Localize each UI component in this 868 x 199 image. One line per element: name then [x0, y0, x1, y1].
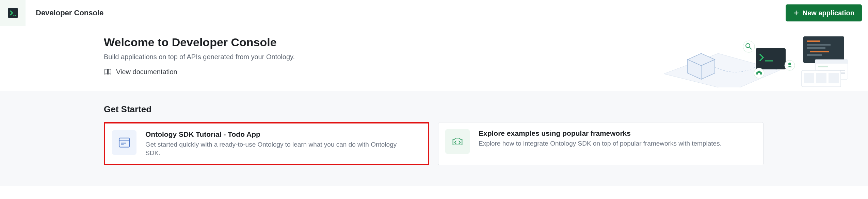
app-logo[interactable] — [0, 0, 26, 26]
svg-rect-10 — [756, 48, 786, 69]
svg-rect-22 — [815, 60, 848, 64]
card-title: Ontology SDK Tutorial - Todo App — [145, 130, 411, 138]
card-description: Explore how to integrate Ontology SDK on… — [479, 139, 722, 148]
svg-rect-17 — [807, 44, 831, 46]
view-documentation-label: View documentation — [116, 68, 177, 76]
get-started-section: Get Started Ontology SDK Tutorial - Todo… — [0, 91, 868, 186]
svg-rect-30 — [119, 138, 129, 147]
plus-icon — [793, 10, 799, 16]
welcome-subheading: Build applications on top of APIs genera… — [104, 53, 295, 61]
hero-illustration — [664, 33, 854, 87]
svg-point-13 — [788, 63, 791, 65]
camera-code-icon — [445, 129, 470, 154]
svg-rect-28 — [816, 73, 826, 83]
get-started-heading: Get Started — [104, 104, 868, 115]
application-window-icon — [112, 130, 136, 155]
card-title: Explore examples using popular framework… — [479, 129, 722, 137]
card-description: Get started quickly with a ready-to-use … — [145, 140, 411, 157]
svg-rect-18 — [807, 47, 825, 49]
book-icon — [104, 68, 112, 76]
svg-point-14 — [754, 68, 764, 78]
new-application-button[interactable]: New application — [786, 4, 862, 21]
svg-rect-15 — [803, 36, 844, 63]
svg-rect-19 — [810, 51, 829, 52]
svg-rect-16 — [807, 40, 820, 42]
terminal-logo-icon — [7, 7, 19, 19]
view-documentation-link[interactable]: View documentation — [104, 68, 177, 76]
svg-rect-23 — [818, 66, 828, 67]
svg-rect-1 — [13, 15, 14, 16]
svg-rect-2 — [15, 15, 16, 16]
welcome-section: Welcome to Developer Console Build appli… — [0, 26, 868, 91]
svg-rect-27 — [804, 73, 814, 83]
card-tutorial-todo-app[interactable]: Ontology SDK Tutorial - Todo App Get sta… — [104, 122, 429, 165]
get-started-cards: Ontology SDK Tutorial - Todo App Get sta… — [104, 122, 868, 165]
card-explore-frameworks[interactable]: Explore examples using popular framework… — [438, 122, 763, 165]
svg-rect-29 — [829, 73, 839, 83]
svg-point-7 — [743, 41, 755, 52]
svg-rect-20 — [807, 54, 822, 56]
new-application-label: New application — [803, 9, 854, 17]
app-title: Developer Console — [36, 9, 103, 17]
topbar: Developer Console New application — [0, 0, 868, 26]
welcome-heading: Welcome to Developer Console — [104, 36, 295, 49]
